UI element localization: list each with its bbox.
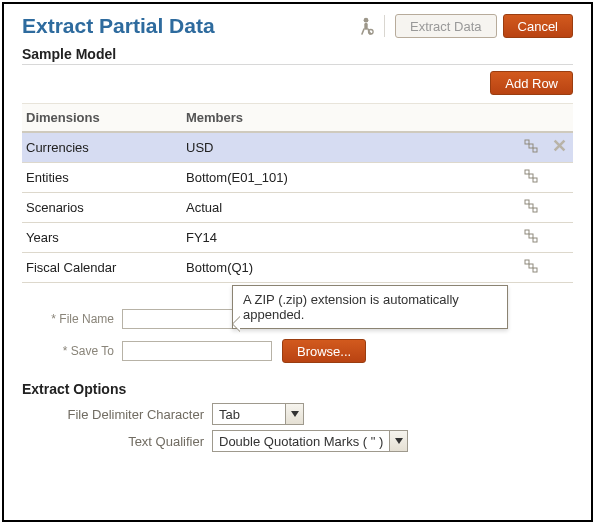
svg-rect-8 <box>533 178 537 182</box>
svg-rect-6 <box>525 170 529 174</box>
file-name-tooltip: A ZIP (.zip) extension is automatically … <box>232 285 508 329</box>
svg-rect-1 <box>364 23 367 30</box>
dimension-cell: Scenarios <box>22 193 182 223</box>
member-cell: Bottom(Q1) <box>182 253 517 283</box>
member-selector-icon[interactable] <box>524 259 538 273</box>
member-selector-icon[interactable] <box>524 139 538 153</box>
delimiter-label: File Delimiter Character <box>22 407 212 422</box>
dimension-cell: Fiscal Calendar <box>22 253 182 283</box>
svg-rect-9 <box>525 200 529 204</box>
dimension-cell: Currencies <box>22 132 182 163</box>
cancel-button[interactable]: Cancel <box>503 14 573 38</box>
qualifier-label: Text Qualifier <box>22 434 212 449</box>
file-form: A ZIP (.zip) extension is automatically … <box>22 309 573 363</box>
svg-point-0 <box>364 18 369 23</box>
table-row[interactable]: YearsFY14 <box>22 223 573 253</box>
table-row[interactable]: ScenariosActual <box>22 193 573 223</box>
svg-rect-17 <box>533 268 537 272</box>
divider <box>384 15 385 37</box>
member-cell: FY14 <box>182 223 517 253</box>
sample-model-title: Sample Model <box>22 46 573 62</box>
tooltip-text: A ZIP (.zip) extension is automatically … <box>243 292 459 322</box>
save-to-label: * Save To <box>22 344 122 358</box>
divider <box>22 64 573 65</box>
extract-options-title: Extract Options <box>22 381 573 397</box>
col-header-dimensions: Dimensions <box>22 104 182 133</box>
dialog-header: Extract Partial Data Extract Data Cancel <box>22 14 573 38</box>
extract-data-button[interactable]: Extract Data <box>395 14 497 38</box>
chevron-down-icon <box>389 431 407 451</box>
delimiter-select[interactable]: Tab <box>212 403 304 425</box>
header-actions: Extract Data Cancel <box>358 14 573 38</box>
dimensions-table: Dimensions Members CurrenciesUSD✕Entitie… <box>22 103 573 283</box>
table-row[interactable]: Fiscal CalendarBottom(Q1) <box>22 253 573 283</box>
svg-rect-12 <box>525 230 529 234</box>
chevron-down-icon <box>285 404 303 424</box>
dimension-cell: Entities <box>22 163 182 193</box>
svg-rect-4 <box>529 144 533 148</box>
svg-rect-11 <box>533 208 537 212</box>
accessibility-icon[interactable] <box>358 17 374 35</box>
svg-rect-13 <box>529 234 533 238</box>
table-row[interactable]: CurrenciesUSD✕ <box>22 132 573 163</box>
remove-row-icon[interactable]: ✕ <box>552 136 567 156</box>
extract-partial-data-dialog: Extract Partial Data Extract Data Cancel… <box>2 2 593 522</box>
svg-rect-15 <box>525 260 529 264</box>
svg-rect-3 <box>525 140 529 144</box>
member-cell: Bottom(E01_101) <box>182 163 517 193</box>
member-selector-icon[interactable] <box>524 169 538 183</box>
dimension-cell: Years <box>22 223 182 253</box>
table-row[interactable]: EntitiesBottom(E01_101) <box>22 163 573 193</box>
member-cell: Actual <box>182 193 517 223</box>
delimiter-value: Tab <box>213 404 285 424</box>
add-row-button[interactable]: Add Row <box>490 71 573 95</box>
svg-rect-10 <box>529 204 533 208</box>
page-title: Extract Partial Data <box>22 14 215 38</box>
qualifier-value: Double Quotation Marks ( " ) <box>213 431 389 451</box>
col-header-members: Members <box>182 104 517 133</box>
qualifier-select[interactable]: Double Quotation Marks ( " ) <box>212 430 408 452</box>
member-selector-icon[interactable] <box>524 199 538 213</box>
svg-rect-14 <box>533 238 537 242</box>
save-to-input[interactable] <box>122 341 272 361</box>
svg-rect-7 <box>529 174 533 178</box>
file-name-label: * File Name <box>22 312 122 326</box>
member-selector-icon[interactable] <box>524 229 538 243</box>
svg-rect-5 <box>533 148 537 152</box>
member-cell: USD <box>182 132 517 163</box>
browse-button[interactable]: Browse... <box>282 339 366 363</box>
svg-rect-16 <box>529 264 533 268</box>
